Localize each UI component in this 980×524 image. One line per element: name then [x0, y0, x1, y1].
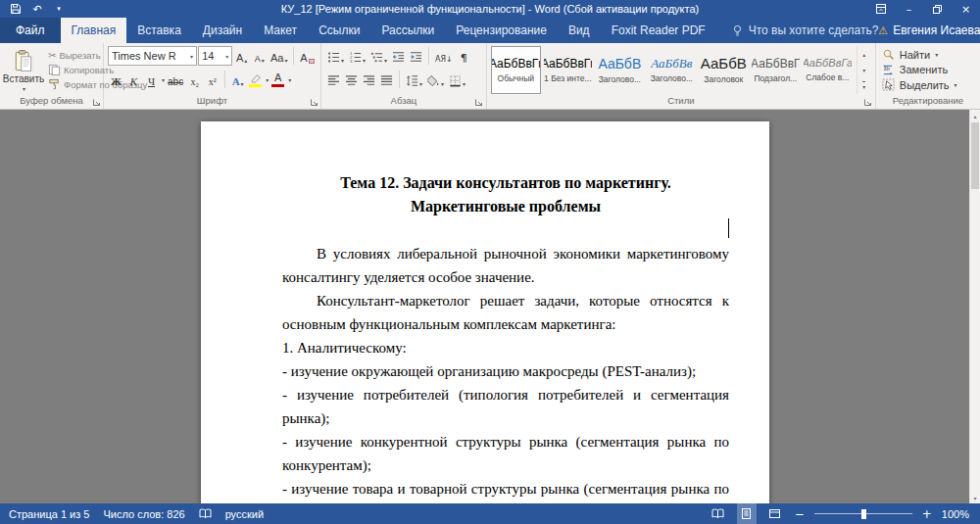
- underline-button[interactable]: Ч: [143, 70, 160, 89]
- restore-button[interactable]: [923, 0, 952, 18]
- dialog-launcher-icon: [92, 98, 101, 107]
- select-cursor-icon: [882, 78, 895, 91]
- style-card[interactable]: АаБбВ Заголовок: [699, 46, 749, 94]
- document-area[interactable]: Тема 12. Задачи консультантов по маркети…: [0, 110, 980, 503]
- line-spacing-button[interactable]: ▾: [404, 70, 424, 89]
- proofing-status-button[interactable]: [199, 508, 212, 519]
- align-center-button[interactable]: [343, 70, 360, 89]
- page-indicator[interactable]: Страница 1 из 5: [9, 508, 89, 520]
- web-layout-button[interactable]: [765, 503, 785, 524]
- shading-button[interactable]: ▾: [425, 70, 446, 89]
- customize-quick-access-button[interactable]: ▾: [49, 0, 69, 18]
- style-card[interactable]: АаБбВ Заголово...: [595, 46, 645, 94]
- bold-button[interactable]: Ж: [108, 70, 124, 89]
- style-card[interactable]: АаБбВвГг 1 Без инте...: [543, 46, 593, 94]
- language-indicator[interactable]: русский: [225, 508, 264, 520]
- font-name-combobox[interactable]: Times New R ▾: [108, 46, 197, 66]
- close-button[interactable]: ×: [952, 0, 980, 18]
- undo-button[interactable]: ↶: [27, 0, 47, 18]
- empty-line: [282, 218, 729, 242]
- superscript-button[interactable]: x²: [204, 70, 220, 89]
- clear-formatting-button[interactable]: А: [298, 46, 317, 66]
- sort-button[interactable]: АЯ↓: [433, 46, 455, 66]
- font-dialog-launcher[interactable]: [309, 97, 318, 107]
- tab-mailings[interactable]: Рассылки: [370, 18, 445, 43]
- zoom-slider[interactable]: [814, 503, 912, 524]
- highlight-color-button[interactable]: [247, 70, 264, 89]
- increase-indent-button[interactable]: [408, 46, 424, 66]
- tab-insert[interactable]: Вставка: [126, 18, 192, 43]
- style-card[interactable]: АаБбВв Заголово...: [647, 46, 697, 94]
- read-mode-button[interactable]: [709, 503, 728, 524]
- gallery-scroll-down-button[interactable]: ▾: [858, 62, 871, 77]
- styles-dialog-launcher[interactable]: [863, 97, 873, 107]
- tab-foxit-reader-pdf[interactable]: Foxit Reader PDF: [601, 18, 716, 43]
- print-layout-button[interactable]: [737, 503, 757, 524]
- document-page[interactable]: Тема 12. Задачи консультантов по маркети…: [201, 121, 769, 503]
- bullets-button[interactable]: ▾: [325, 46, 346, 66]
- zoom-in-button[interactable]: +: [921, 507, 933, 521]
- font-color-options-caret[interactable]: ▾: [288, 76, 291, 83]
- zoom-percentage[interactable]: 100%: [942, 508, 969, 520]
- borders-button[interactable]: ▾: [447, 70, 467, 89]
- numbering-button[interactable]: 123▾: [347, 46, 368, 66]
- tell-me-box[interactable]: Что вы хотите сделать?: [732, 18, 879, 43]
- italic-button[interactable]: К: [125, 70, 142, 89]
- scroll-up-button[interactable]: ▴: [970, 110, 980, 121]
- word-count[interactable]: Число слов: 826: [103, 508, 184, 520]
- save-button[interactable]: [6, 0, 25, 18]
- tab-references[interactable]: Ссылки: [308, 18, 370, 43]
- tab-home[interactable]: Главная: [61, 18, 127, 43]
- multilevel-list-button[interactable]: ▾: [368, 46, 389, 66]
- chevron-down-icon: ▾: [225, 53, 228, 60]
- gallery-more-button[interactable]: ▾: [858, 78, 871, 94]
- pilcrow-icon: ¶: [461, 53, 467, 64]
- style-card[interactable]: АаБбВвГг Обычный: [491, 46, 541, 94]
- style-card[interactable]: АаБбВвГа Слабое в...: [803, 46, 853, 94]
- change-case-button[interactable]: Аа▾: [269, 46, 289, 66]
- paste-button[interactable]: Вставить ▾: [4, 46, 43, 94]
- font-color-button[interactable]: А: [270, 70, 286, 89]
- tab-file[interactable]: Файл: [0, 18, 61, 43]
- align-right-button[interactable]: [361, 70, 377, 89]
- replace-button[interactable]: ab Заменить: [882, 64, 974, 76]
- gallery-scroll-up-button[interactable]: ▴: [858, 46, 871, 62]
- align-left-button[interactable]: [325, 70, 342, 89]
- tab-review[interactable]: Рецензирование: [445, 18, 558, 43]
- scrollbar-thumb[interactable]: [971, 122, 979, 189]
- underline-options-caret[interactable]: ▾: [162, 76, 165, 83]
- select-button[interactable]: Выделить ▾: [882, 78, 974, 91]
- ribbon-display-options-button[interactable]: [866, 0, 895, 18]
- find-button[interactable]: Найти ▾: [882, 48, 974, 61]
- subscript-button[interactable]: x₂: [186, 70, 203, 89]
- show-formatting-marks-button[interactable]: ¶: [456, 46, 472, 66]
- justify-button[interactable]: [378, 70, 395, 89]
- shrink-font-button[interactable]: А▾: [251, 46, 268, 66]
- proofing-book-icon: [199, 508, 212, 519]
- decrease-indent-button[interactable]: [390, 46, 407, 66]
- vertical-scrollbar[interactable]: ▴ ▾: [969, 110, 980, 503]
- title-bar: ↶ ▾ КУ_12 [Режим ограниченной функционал…: [0, 0, 980, 18]
- clipboard-dialog-launcher[interactable]: [91, 97, 101, 107]
- grow-font-button[interactable]: А▴: [233, 46, 250, 66]
- tab-view[interactable]: Вид: [558, 18, 601, 43]
- minimize-button[interactable]: –: [895, 0, 923, 18]
- highlight-options-caret[interactable]: ▾: [266, 76, 269, 83]
- tab-design[interactable]: Дизайн: [192, 18, 253, 43]
- strikethrough-button[interactable]: abc: [166, 70, 185, 89]
- paragraph-dialog-launcher[interactable]: [474, 97, 484, 107]
- style-card[interactable]: АаБбВвГ Подзагол...: [751, 46, 801, 94]
- dialog-launcher-icon: [863, 98, 872, 107]
- zoom-out-button[interactable]: −: [794, 507, 806, 521]
- font-size-combobox[interactable]: 14 ▾: [198, 46, 232, 66]
- text-effects-button[interactable]: А▾: [229, 70, 246, 89]
- scroll-down-button[interactable]: ▾: [970, 492, 980, 503]
- paragraph: - изучение товара и товарной структуры р…: [282, 477, 729, 503]
- replace-label: Заменить: [900, 64, 948, 75]
- account-button[interactable]: ⚠ Евгения Исаева: [878, 24, 980, 37]
- tab-layout[interactable]: Макет: [253, 18, 308, 43]
- restore-icon: [932, 4, 943, 15]
- separator: [224, 71, 225, 88]
- window-controls: – ×: [866, 0, 980, 18]
- zoom-slider-thumb[interactable]: [861, 509, 866, 519]
